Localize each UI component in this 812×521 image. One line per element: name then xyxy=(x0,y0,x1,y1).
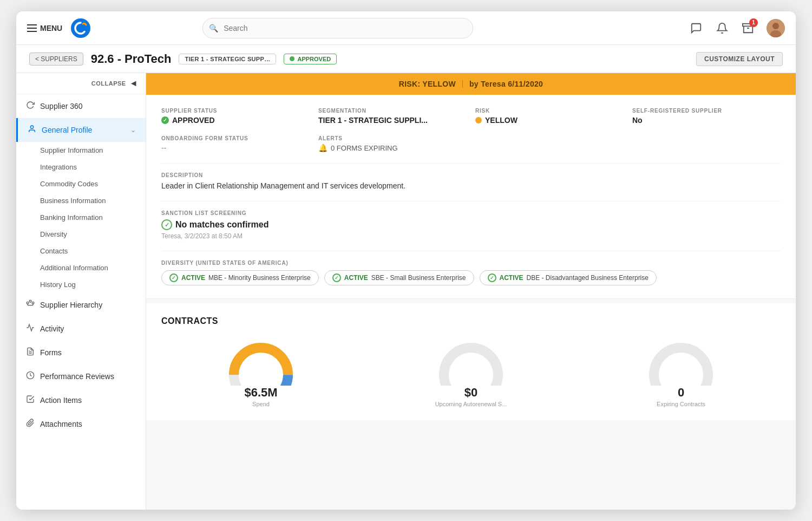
performancereviews-icon xyxy=(26,371,35,382)
sidebar-item-historylog[interactable]: History Log xyxy=(40,276,146,293)
sidebar-item-contacts[interactable]: Contacts xyxy=(40,243,146,259)
alerts-field: ALERTS 🔔 0 FORMS EXPIRING xyxy=(318,135,467,152)
sidebar-item-additionalinfo[interactable]: Additional Information xyxy=(40,259,146,276)
sidebar-item-integrations[interactable]: Integrations xyxy=(40,159,146,175)
segmentation-label: SEGMENTATION xyxy=(318,108,467,114)
sidebar-item-forms[interactable]: Forms xyxy=(16,341,146,364)
sbe-check-icon xyxy=(332,273,341,282)
back-to-suppliers-button[interactable]: < SUPPLIERS xyxy=(29,53,83,66)
search-icon: 🔍 xyxy=(209,24,218,32)
spend-value: $6.5M xyxy=(244,386,277,400)
onboarding-label: ONBOARDING FORM STATUS xyxy=(161,135,310,141)
self-registered-label: SELF-REGISTERED SUPPLIER xyxy=(632,108,781,114)
top-nav: MENU 🔍 1 xyxy=(16,11,796,45)
sanction-check-icon xyxy=(161,219,172,230)
svg-point-5 xyxy=(30,126,33,128)
app-logo xyxy=(71,18,90,38)
risk-value: YELLOW xyxy=(475,116,624,125)
spend-label: Spend xyxy=(252,401,270,407)
search-bar[interactable]: 🔍 xyxy=(202,18,473,38)
main-layout: COLLAPSE ◄ Supplier 360 General Profile … xyxy=(16,73,796,510)
diversity-tag-sbe: ACTIVE SBE - Small Business Enterprise xyxy=(324,270,474,285)
collapse-button[interactable]: COLLAPSE ◄ xyxy=(16,73,146,94)
alerts-value: 🔔 0 FORMS EXPIRING xyxy=(318,144,467,152)
actionitems-icon xyxy=(26,395,35,406)
forms-icon xyxy=(26,347,35,358)
sidebar-item-performancereviews[interactable]: Performance Reviews xyxy=(16,364,146,388)
contracts-grid: $6.5M Spend $0 Upcoming Autorenewal S... xyxy=(161,337,781,407)
sidebar-item-attachments[interactable]: Attachments xyxy=(16,412,146,436)
supplier-status-value: APPROVED xyxy=(161,116,310,125)
mbe-check-icon xyxy=(169,273,178,282)
sidebar-item-diversity[interactable]: Diversity xyxy=(40,226,146,243)
supplierhierarchy-icon xyxy=(26,299,35,310)
expand-icon: ⌄ xyxy=(130,126,136,134)
onboarding-value: -- xyxy=(161,144,310,152)
onboarding-field: ONBOARDING FORM STATUS -- xyxy=(161,135,310,152)
diversity-tag-dbe: ACTIVE DBE - Disadvantaged Business Ente… xyxy=(480,270,657,285)
notification-icon[interactable] xyxy=(715,21,730,36)
attachments-icon xyxy=(26,419,35,429)
svg-point-23 xyxy=(654,348,708,386)
approved-dot xyxy=(161,116,169,124)
menu-button[interactable]: MENU xyxy=(27,24,62,32)
expiring-value: 0 xyxy=(678,386,684,400)
sidebar-item-supplier360[interactable]: Supplier 360 xyxy=(16,94,146,118)
diversity-label: DIVERSITY (UNITED STATES OF AMERICA) xyxy=(161,260,781,266)
sidebar-item-commoditycodes[interactable]: Commodity Codes xyxy=(40,175,146,192)
svg-point-3 xyxy=(772,23,779,29)
autorenewal-donut-svg xyxy=(433,337,509,386)
sidebar-label-actionitems: Action Items xyxy=(40,396,82,405)
segmentation-field: SEGMENTATION TIER 1 - STRATEGIC SUPPLI..… xyxy=(318,108,467,125)
status-tag: APPROVED xyxy=(284,54,337,64)
tier-tag: TIER 1 - STRATEGIC SUPPLI... xyxy=(179,54,276,64)
svg-point-17 xyxy=(234,348,288,386)
sidebar-item-actionitems[interactable]: Action Items xyxy=(16,388,146,412)
supplier-info-card: SUPPLIER STATUS APPROVED SEGMENTATION TI… xyxy=(146,95,796,299)
risk-field: RISK YELLOW xyxy=(475,108,624,125)
description-section: DESCRIPTION Leader in Client Relationshi… xyxy=(161,163,781,190)
sidebar-item-supplierinfo[interactable]: Supplier Information xyxy=(40,142,146,159)
chat-icon[interactable] xyxy=(689,21,704,36)
risk-by-text: by Teresa 6/11/2020 xyxy=(469,80,543,88)
sanction-section: SANCTION LIST SCREENING No matches confi… xyxy=(161,201,781,240)
sidebar-item-supplierhierarchy[interactable]: Supplier Hierarchy xyxy=(16,293,146,317)
diversity-section: DIVERSITY (UNITED STATES OF AMERICA) ACT… xyxy=(161,251,781,285)
contracts-title: CONTRACTS xyxy=(161,316,781,326)
sidebar: COLLAPSE ◄ Supplier 360 General Profile … xyxy=(16,73,146,510)
contracts-expiring: 0 Expiring Contracts xyxy=(581,337,781,407)
svg-rect-8 xyxy=(29,300,31,302)
inbox-badge: 1 xyxy=(749,18,758,27)
autorenewal-label: Upcoming Autorenewal S... xyxy=(435,401,507,407)
autorenewal-value: $0 xyxy=(464,386,477,400)
self-registered-value: No xyxy=(632,116,781,125)
sanction-date: Teresa, 3/2/2023 at 8:50 AM xyxy=(161,232,781,240)
diversity-tag-mbe: ACTIVE MBE - Minority Business Enterpris… xyxy=(161,270,319,285)
yellow-dot xyxy=(475,117,482,123)
sanction-value: No matches confirmed xyxy=(161,219,781,230)
risk-banner: RISK: YELLOW by Teresa 6/11/2020 xyxy=(146,73,796,95)
collapse-label: COLLAPSE xyxy=(91,80,126,87)
nav-icons: 1 xyxy=(689,19,785,37)
user-avatar[interactable] xyxy=(767,19,785,37)
description-label: DESCRIPTION xyxy=(161,172,781,178)
hamburger-icon xyxy=(27,24,37,32)
page-header: < SUPPLIERS 92.6 - ProTech TIER 1 - STRA… xyxy=(16,45,796,73)
sidebar-label-supplier360: Supplier 360 xyxy=(40,102,83,110)
expiring-donut-svg xyxy=(643,337,719,386)
supplier-status-field: SUPPLIER STATUS APPROVED xyxy=(161,108,310,125)
menu-label: MENU xyxy=(40,24,62,32)
sidebar-item-generalprofile[interactable]: General Profile ⌄ xyxy=(16,118,146,142)
status-label: APPROVED xyxy=(297,56,331,62)
sidebar-item-activity[interactable]: Activity xyxy=(16,317,146,341)
sidebar-item-bankinginfo[interactable]: Banking Information xyxy=(40,209,146,226)
customize-layout-button[interactable]: CUSTOMIZE LAYOUT xyxy=(696,52,783,66)
search-input[interactable] xyxy=(202,18,473,38)
content-area: RISK: YELLOW by Teresa 6/11/2020 SUPPLIE… xyxy=(146,73,796,510)
sidebar-item-businessinfo[interactable]: Business Information xyxy=(40,192,146,209)
status-dot xyxy=(290,56,294,61)
generalprofile-icon xyxy=(28,125,36,135)
inbox-icon[interactable]: 1 xyxy=(741,21,756,36)
mbe-active-label: ACTIVE xyxy=(181,274,205,282)
contracts-autorenewal: $0 Upcoming Autorenewal S... xyxy=(371,337,571,407)
